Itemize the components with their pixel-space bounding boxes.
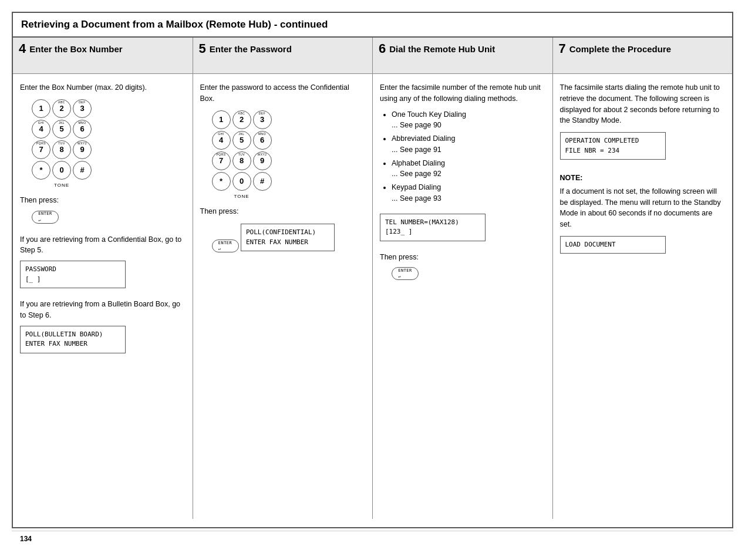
key5-hash[interactable]: # xyxy=(253,172,272,191)
step-6-header: 6 Dial the Remote Hub Unit xyxy=(373,38,552,74)
step-4-body: Enter the Box Number (max. 20 digits). 1… xyxy=(13,74,193,519)
keypad5-row-3: PQRS7 TUV8 WXY29 xyxy=(212,151,272,170)
step-4-note1: If you are retrieving from a Confidentia… xyxy=(20,234,186,257)
key5-3[interactable]: DEF3 xyxy=(253,110,272,129)
keypad5-row-1: 1 ABC2 DEF3 xyxy=(212,110,272,129)
step-4-intro: Enter the Box Number (max. 20 digits). xyxy=(20,82,186,93)
step-4-header: 4 Enter the Box Number xyxy=(13,38,193,74)
page-number: 134 xyxy=(12,531,733,546)
step-7-body: The facsimile starts dialing the remote … xyxy=(553,74,733,519)
key-1[interactable]: 1 xyxy=(32,99,50,118)
step-7-header: 7 Complete the Procedure xyxy=(553,38,733,74)
step-6-intro: Enter the facsimile number of the remote… xyxy=(380,82,545,104)
step-5-intro: Enter the password to access the Confide… xyxy=(200,82,366,104)
keypad-4: 1 ABC2 DEF3 GHI4 JKL5 MNO6 PQRS7 TUV8 WX… xyxy=(32,99,92,189)
key-9[interactable]: WXY29 xyxy=(73,140,92,159)
keypad-row-3: PQRS7 TUV8 WXY29 xyxy=(32,140,92,159)
tone-label: TONE xyxy=(32,182,92,189)
key5-star[interactable]: * xyxy=(212,172,231,191)
step-4-title: Enter the Box Number xyxy=(29,42,122,55)
step-7-screen1: OPERATION COMPLETED FILE NBR = 234 xyxy=(560,132,666,160)
step-4-col: 4 Enter the Box Number Enter the Box Num… xyxy=(13,38,193,519)
step-6-bullets: One Touch Key Dialing... See page 90 Abb… xyxy=(380,109,545,204)
step-4-number: 4 xyxy=(19,42,26,55)
page-title: Retrieving a Document from a Mailbox (Re… xyxy=(13,13,732,38)
key5-0[interactable]: 0 xyxy=(232,172,251,191)
bullet-one-touch: One Touch Key Dialing... See page 90 xyxy=(392,109,545,131)
step-7-col: 7 Complete the Procedure The facsimile s… xyxy=(553,38,733,519)
key5-7[interactable]: PQRS7 xyxy=(212,151,231,170)
keypad-row-4: * 0 # xyxy=(32,161,92,180)
step-5-body: Enter the password to access the Confide… xyxy=(193,74,373,519)
step-6-then-press: Then press: xyxy=(380,252,545,263)
bullet-keypad: Keypad Dialing... See page 93 xyxy=(392,182,545,204)
step-4-then-press: Then press: xyxy=(20,195,186,206)
bullet-abbreviated: Abbreviated Dialing... See page 91 xyxy=(392,133,545,156)
step-7-note-text: If a document is not set, the following … xyxy=(560,186,726,230)
step-4-screen2: POLL(BULLETIN BOARD) ENTER FAX NUMBER xyxy=(20,326,126,353)
step-4-note2: If you are retrieving from a Bulletin Bo… xyxy=(20,299,186,321)
step-5-then-press: Then press: xyxy=(200,206,366,217)
tone-label-5: TONE xyxy=(212,193,272,200)
key5-5[interactable]: JKL5 xyxy=(232,131,251,150)
keypad-row-1: 1 ABC2 DEF3 xyxy=(32,99,92,118)
key5-6[interactable]: MNO6 xyxy=(253,131,272,150)
keypad5-row-4: * 0 # xyxy=(212,172,272,191)
key-2[interactable]: ABC2 xyxy=(52,99,71,118)
step-7-note-label: NOTE: xyxy=(560,173,726,184)
key5-2[interactable]: ABC2 xyxy=(232,110,251,129)
key-7[interactable]: PQRS7 xyxy=(32,140,50,159)
step-7-number: 7 xyxy=(559,42,566,55)
enter-btn-4[interactable]: ENTER↵ xyxy=(32,211,59,224)
key-star[interactable]: * xyxy=(32,161,50,180)
key-0[interactable]: 0 xyxy=(52,161,71,180)
keypad-5: 1 ABC2 DEF3 GHI4 JKL5 MNO6 PQRS7 TUV8 WX… xyxy=(212,110,272,200)
enter-btn-5[interactable]: ENTER↵ xyxy=(212,239,239,252)
key-5[interactable]: JKL5 xyxy=(52,120,71,139)
keypad-row-2: GHI4 JKL5 MNO6 xyxy=(32,120,92,139)
bullet-alphabet: Alphabet Dialing... See page 92 xyxy=(392,158,545,180)
step-6-screen1: TEL NUMBER=(MAX128) [123_ ] xyxy=(380,214,486,241)
key-6[interactable]: MNO6 xyxy=(73,120,92,139)
step-5-screen1: POLL(CONFIDENTIAL) ENTER FAX NUMBER xyxy=(241,224,335,251)
key-hash[interactable]: # xyxy=(73,161,92,180)
steps-columns: 4 Enter the Box Number Enter the Box Num… xyxy=(13,38,732,519)
key-3[interactable]: DEF3 xyxy=(73,99,92,118)
step-7-title: Complete the Procedure xyxy=(569,42,671,55)
step-6-col: 6 Dial the Remote Hub Unit Enter the fac… xyxy=(373,38,553,519)
key5-8[interactable]: TUV8 xyxy=(232,151,251,170)
step-7-intro: The facsimile starts dialing the remote … xyxy=(560,82,726,126)
step-4-screen1: PASSWORD [_ ] xyxy=(20,261,126,288)
key-8[interactable]: TUV8 xyxy=(52,140,71,159)
key5-4[interactable]: GHI4 xyxy=(212,131,231,150)
key5-9[interactable]: WXY29 xyxy=(253,151,272,170)
step-5-number: 5 xyxy=(199,42,206,55)
step-6-number: 6 xyxy=(379,42,386,55)
key-4[interactable]: GHI4 xyxy=(32,120,50,139)
main-container: Retrieving a Document from a Mailbox (Re… xyxy=(12,12,733,528)
step-7-screen2: LOAD DOCUMENT xyxy=(560,236,666,254)
key5-1[interactable]: 1 xyxy=(212,110,231,129)
keypad5-row-2: GHI4 JKL5 MNO6 xyxy=(212,131,272,150)
step-5-col: 5 Enter the Password Enter the password … xyxy=(193,38,373,519)
step-5-header: 5 Enter the Password xyxy=(193,38,373,74)
step-5-title: Enter the Password xyxy=(210,42,292,55)
step-6-body: Enter the facsimile number of the remote… xyxy=(373,74,552,519)
enter-btn-6[interactable]: ENTER↵ xyxy=(392,267,419,280)
step-6-title: Dial the Remote Hub Unit xyxy=(389,42,495,55)
